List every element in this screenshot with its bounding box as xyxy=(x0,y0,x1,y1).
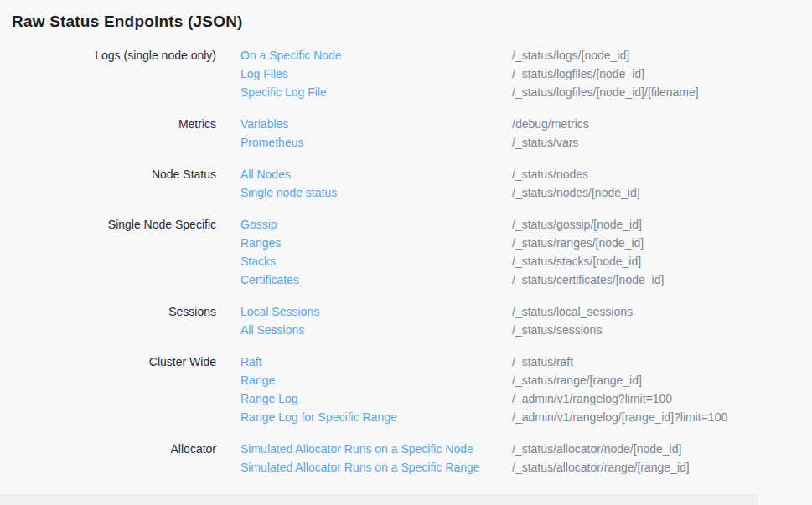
endpoint-group: Metrics Variables /debug/metrics Prometh… xyxy=(0,115,812,152)
endpoint-row: Simulated Allocator Runs on a Specific R… xyxy=(240,458,690,477)
endpoint-row: Single node status /_status/nodes/[node_… xyxy=(240,183,640,202)
endpoint-rows: Simulated Allocator Runs on a Specific N… xyxy=(240,440,690,477)
endpoint-link[interactable]: Stacks xyxy=(240,252,512,271)
endpoint-rows: All Nodes /_status/nodes Single node sta… xyxy=(240,165,640,202)
endpoint-row: Log Files /_status/logfiles/[node_id] xyxy=(240,64,699,83)
endpoint-row: On a Specific Node /_status/logs/[node_i… xyxy=(240,46,699,64)
endpoint-link[interactable]: Range Log xyxy=(240,389,512,408)
endpoint-path: /_status/range/[range_id] xyxy=(512,371,642,389)
endpoint-path: /_status/allocator/range/[range_id] xyxy=(512,458,690,477)
endpoint-row: Gossip /_status/gossip/[node_id] xyxy=(240,215,664,234)
category-label: Logs (single node only) xyxy=(0,46,216,101)
category-label: Cluster Wide xyxy=(0,353,216,426)
endpoint-link[interactable]: On a Specific Node xyxy=(240,46,512,64)
endpoint-row: Stacks /_status/stacks/[node_id] xyxy=(240,252,664,271)
endpoint-link[interactable]: Simulated Allocator Runs on a Specific N… xyxy=(240,440,512,458)
endpoint-link[interactable]: Certificates xyxy=(240,271,512,289)
endpoint-path: /_status/stacks/[node_id] xyxy=(512,252,641,271)
category-label: Sessions xyxy=(0,302,216,339)
category-label: Single Node Specific xyxy=(0,215,216,289)
endpoint-path: /_status/nodes xyxy=(512,165,588,183)
endpoint-rows: Local Sessions /_status/local_sessions A… xyxy=(240,302,633,339)
endpoint-group: Sessions Local Sessions /_status/local_s… xyxy=(0,302,812,339)
footer-strip xyxy=(0,494,758,505)
endpoint-path: /_status/local_sessions xyxy=(512,302,633,321)
endpoint-row: Specific Log File /_status/logfiles/[nod… xyxy=(240,83,699,101)
endpoint-rows: On a Specific Node /_status/logs/[node_i… xyxy=(240,46,699,101)
endpoint-link[interactable]: Single node status xyxy=(240,183,512,202)
endpoint-link[interactable]: All Nodes xyxy=(240,165,512,183)
endpoint-path: /_admin/v1/rangelog?limit=100 xyxy=(512,389,672,408)
endpoint-link[interactable]: Specific Log File xyxy=(240,83,512,101)
endpoint-row: Variables /debug/metrics xyxy=(240,115,589,133)
endpoint-link[interactable]: Raft xyxy=(240,353,512,371)
page-title: Raw Status Endpoints (JSON) xyxy=(0,0,812,32)
endpoint-row: Range Log /_admin/v1/rangelog?limit=100 xyxy=(240,389,727,408)
endpoint-link[interactable]: Gossip xyxy=(240,215,512,234)
endpoint-row: Range /_status/range/[range_id] xyxy=(240,371,727,389)
endpoint-path: /_status/raft xyxy=(512,353,573,371)
endpoint-link[interactable]: Prometheus xyxy=(240,133,512,152)
endpoint-path: /_status/logfiles/[node_id] xyxy=(512,64,644,83)
endpoint-link[interactable]: Local Sessions xyxy=(240,302,512,321)
category-label: Metrics xyxy=(0,115,216,152)
endpoint-group: Logs (single node only) On a Specific No… xyxy=(0,46,812,101)
endpoint-path: /_status/allocator/node/[node_id] xyxy=(512,440,681,458)
category-label: Allocator xyxy=(0,440,216,477)
endpoint-path: /_status/ranges/[node_id] xyxy=(512,234,644,252)
endpoint-rows: Raft /_status/raft Range /_status/range/… xyxy=(240,353,727,426)
endpoint-path: /_status/vars xyxy=(512,133,578,152)
endpoint-row: Prometheus /_status/vars xyxy=(240,133,589,152)
endpoint-link[interactable]: Range xyxy=(240,371,512,389)
endpoint-link[interactable]: Log Files xyxy=(240,64,512,83)
endpoint-group: Single Node Specific Gossip /_status/gos… xyxy=(0,215,812,289)
category-label: Node Status xyxy=(0,165,216,202)
endpoint-row: All Sessions /_status/sessions xyxy=(240,321,633,339)
endpoint-group: Allocator Simulated Allocator Runs on a … xyxy=(0,440,812,477)
endpoint-row: Simulated Allocator Runs on a Specific N… xyxy=(240,440,690,458)
endpoint-row: Range Log for Specific Range /_admin/v1/… xyxy=(240,408,727,426)
endpoint-link[interactable]: Range Log for Specific Range xyxy=(240,408,512,426)
endpoint-link[interactable]: All Sessions xyxy=(240,321,512,339)
endpoint-link[interactable]: Simulated Allocator Runs on a Specific R… xyxy=(240,458,512,477)
endpoint-rows: Gossip /_status/gossip/[node_id] Ranges … xyxy=(240,215,664,289)
endpoint-row: All Nodes /_status/nodes xyxy=(240,165,640,183)
endpoint-path: /_admin/v1/rangelog/[range_id]?limit=100 xyxy=(512,408,727,426)
endpoint-path: /_status/sessions xyxy=(512,321,602,339)
endpoint-row: Raft /_status/raft xyxy=(240,353,727,371)
endpoint-row: Ranges /_status/ranges/[node_id] xyxy=(240,234,664,252)
endpoint-path: /_status/certificates/[node_id] xyxy=(512,271,664,289)
debug-endpoints-page: Raw Status Endpoints (JSON) Logs (single… xyxy=(0,0,812,477)
endpoint-groups: Logs (single node only) On a Specific No… xyxy=(0,46,812,477)
endpoint-group: Cluster Wide Raft /_status/raft Range /_… xyxy=(0,353,812,426)
endpoint-path: /_status/nodes/[node_id] xyxy=(512,183,640,202)
endpoint-path: /_status/gossip/[node_id] xyxy=(512,215,642,234)
endpoint-link[interactable]: Variables xyxy=(240,115,512,133)
endpoint-row: Certificates /_status/certificates/[node… xyxy=(240,271,664,289)
endpoint-path: /_status/logs/[node_id] xyxy=(512,46,629,64)
endpoint-link[interactable]: Ranges xyxy=(240,234,512,252)
endpoint-group: Node Status All Nodes /_status/nodes Sin… xyxy=(0,165,812,202)
endpoint-rows: Variables /debug/metrics Prometheus /_st… xyxy=(240,115,589,152)
endpoint-path: /_status/logfiles/[node_id]/[filename] xyxy=(512,83,699,101)
endpoint-row: Local Sessions /_status/local_sessions xyxy=(240,302,633,321)
endpoint-path: /debug/metrics xyxy=(512,115,589,133)
